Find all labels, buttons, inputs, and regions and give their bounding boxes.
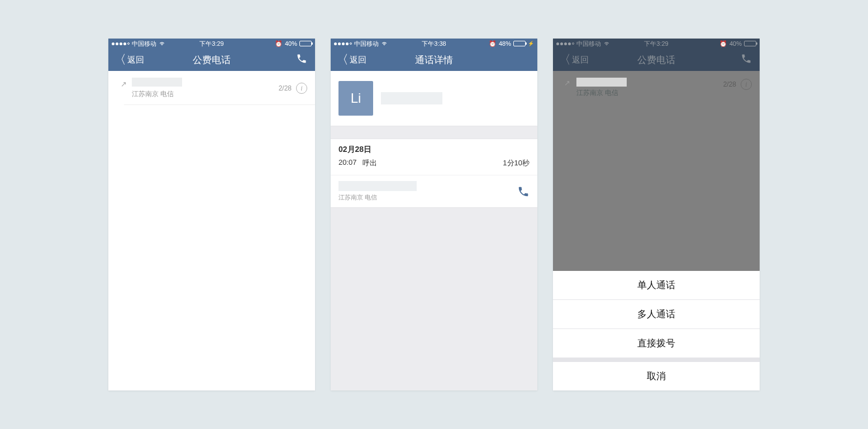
back-label: 返回 bbox=[350, 55, 366, 65]
wifi-icon bbox=[603, 41, 610, 46]
charging-icon: ⚡ bbox=[528, 41, 534, 46]
detail-time: 20:07 bbox=[338, 158, 357, 168]
battery-icon bbox=[299, 41, 312, 46]
battery-icon bbox=[513, 41, 526, 46]
detail-direction: 呼出 bbox=[363, 158, 377, 168]
signal-icon bbox=[334, 42, 352, 45]
back-button[interactable]: 〈 返回 bbox=[559, 54, 589, 66]
nav-bar: 〈 返回 公费电话 bbox=[553, 49, 760, 71]
call-date: 2/28 bbox=[723, 80, 736, 88]
page-title: 公费电话 bbox=[637, 54, 675, 66]
carrier-label: 中国移动 bbox=[132, 40, 156, 48]
chevron-left-icon: 〈 bbox=[559, 54, 571, 66]
chevron-left-icon: 〈 bbox=[336, 54, 349, 66]
alarm-icon: ⏰ bbox=[719, 40, 727, 47]
call-date: 2/28 bbox=[279, 84, 292, 92]
back-label: 返回 bbox=[572, 55, 589, 65]
alarm-icon: ⏰ bbox=[275, 40, 283, 47]
outgoing-icon: ↗ bbox=[121, 80, 127, 88]
call-row: ↗ 江苏南京 电信 2/28 i bbox=[553, 71, 760, 103]
action-sheet: 单人通话 多人通话 直接拨号 取消 bbox=[553, 271, 760, 390]
back-label: 返回 bbox=[127, 55, 144, 65]
sheet-option-single-call[interactable]: 单人通话 bbox=[553, 271, 760, 300]
contact-header[interactable]: Li bbox=[331, 71, 537, 126]
sheet-cancel-button[interactable]: 取消 bbox=[553, 362, 760, 390]
status-bar: 中国移动 下午3:38 ⏰ 48% ⚡ bbox=[331, 39, 537, 49]
call-row[interactable]: ↗ 江苏南京 电信 2/28 i bbox=[124, 71, 315, 105]
detail-row: 20:07 呼出 1分10秒 bbox=[331, 157, 537, 175]
alarm-icon: ⏰ bbox=[489, 40, 497, 47]
page-title: 公费电话 bbox=[193, 54, 231, 66]
carrier-label: 中国移动 bbox=[576, 40, 601, 48]
status-time: 下午3:38 bbox=[422, 40, 446, 48]
battery-icon bbox=[744, 41, 756, 46]
contact-name-redacted bbox=[132, 78, 182, 87]
signal-icon bbox=[112, 42, 130, 45]
nav-bar: 〈 返回 通话详情 bbox=[331, 49, 537, 71]
status-time: 下午3:29 bbox=[199, 40, 223, 48]
call-button[interactable] bbox=[741, 53, 752, 66]
sheet-option-direct-dial[interactable]: 直接拨号 bbox=[553, 329, 760, 358]
page-title: 通话详情 bbox=[415, 54, 453, 66]
screen-public-phone: 中国移动 下午3:29 ⏰ 40% 〈 返回 公费电话 ↗ 江苏南京 电信 2/… bbox=[108, 39, 315, 390]
status-bar: 中国移动 下午3:29 ⏰ 40% bbox=[108, 39, 315, 49]
battery-percent: 40% bbox=[729, 40, 742, 47]
back-button[interactable]: 〈 返回 bbox=[336, 54, 366, 66]
status-bar: 中国移动 下午3:29 ⏰ 40% bbox=[553, 39, 760, 49]
detail-content: Li 02月28日 20:07 呼出 1分10秒 江苏南京 电信 bbox=[331, 71, 537, 390]
contact-name-redacted bbox=[576, 78, 627, 87]
battery-percent: 48% bbox=[499, 40, 511, 47]
wifi-icon bbox=[159, 41, 165, 46]
detail-duration: 1分10秒 bbox=[503, 158, 530, 168]
outgoing-icon: ↗ bbox=[564, 79, 570, 87]
carrier-label: 中国移动 bbox=[354, 40, 379, 48]
phone-icon[interactable] bbox=[517, 185, 530, 198]
phone-number-row[interactable]: 江苏南京 电信 bbox=[331, 175, 537, 207]
call-button[interactable] bbox=[296, 53, 307, 66]
call-location: 江苏南京 电信 bbox=[132, 89, 279, 99]
signal-icon bbox=[556, 42, 574, 45]
status-time: 下午3:29 bbox=[644, 40, 668, 48]
screen-call-detail: 中国移动 下午3:38 ⏰ 48% ⚡ 〈 返回 通话详情 Li 02月28日 … bbox=[331, 39, 537, 390]
info-button: i bbox=[741, 79, 752, 90]
back-button[interactable]: 〈 返回 bbox=[114, 54, 144, 66]
call-list: ↗ 江苏南京 电信 2/28 i bbox=[108, 71, 315, 390]
sheet-option-multi-call[interactable]: 多人通话 bbox=[553, 300, 760, 329]
detail-date: 02月28日 bbox=[331, 139, 537, 157]
phone-location: 江苏南京 电信 bbox=[338, 193, 417, 202]
wifi-icon bbox=[381, 41, 388, 46]
phone-icon bbox=[296, 53, 307, 64]
nav-bar: 〈 返回 公费电话 bbox=[108, 49, 315, 71]
dimmed-content: ↗ 江苏南京 电信 2/28 i 单人通话 多人通话 直接拨号 取消 bbox=[553, 71, 760, 390]
info-button[interactable]: i bbox=[296, 83, 307, 94]
phone-number-redacted bbox=[338, 181, 417, 191]
call-detail-section: 02月28日 20:07 呼出 1分10秒 江苏南京 电信 bbox=[331, 139, 537, 208]
contact-name-redacted bbox=[381, 92, 442, 104]
phone-icon bbox=[741, 53, 752, 64]
chevron-left-icon: 〈 bbox=[114, 54, 126, 66]
screen-action-sheet: 中国移动 下午3:29 ⏰ 40% 〈 返回 公费电话 ↗ 江苏南京 电信 2/… bbox=[553, 39, 760, 390]
battery-percent: 40% bbox=[285, 40, 297, 47]
avatar: Li bbox=[338, 81, 373, 116]
